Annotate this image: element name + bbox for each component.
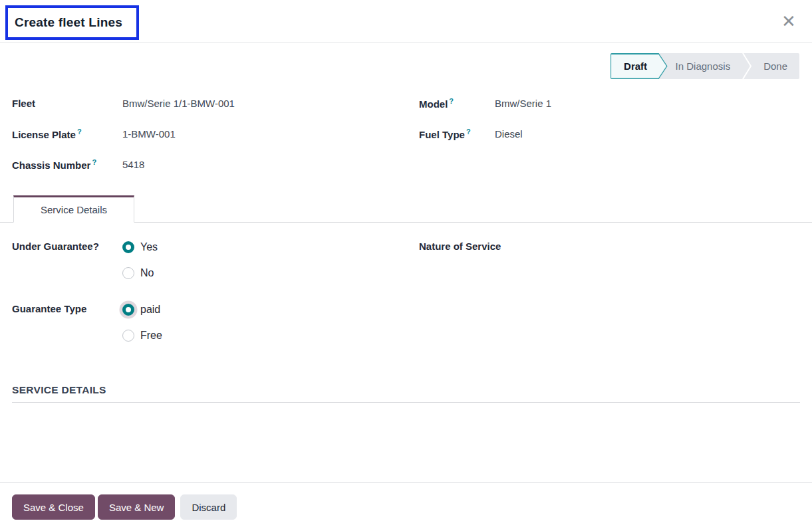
- radio-unselected-icon[interactable]: [122, 267, 134, 279]
- tab-service-details[interactable]: Service Details: [13, 195, 134, 223]
- radio-option-no[interactable]: No: [122, 260, 158, 286]
- model-value[interactable]: Bmw/Serie 1: [495, 98, 551, 109]
- status-bar: Draft In Diagnosis Done: [610, 53, 799, 79]
- status-step-in-diagnosis[interactable]: In Diagnosis: [664, 53, 743, 79]
- guarantee-type-options: paid Free: [122, 296, 162, 348]
- status-step-done[interactable]: Done: [751, 53, 799, 79]
- help-icon: ?: [449, 97, 454, 105]
- title-highlight-box: Create fleet Lines: [5, 5, 139, 40]
- section-divider: [12, 402, 800, 403]
- guarantee-type-label: Guarantee Type: [12, 296, 122, 348]
- field-license-plate: License Plate? 1-BMW-001: [12, 118, 419, 149]
- fuel-type-value[interactable]: Diesel: [495, 128, 523, 140]
- help-icon: ?: [466, 128, 471, 136]
- fleet-value[interactable]: Bmw/Serie 1/1-BMW-001: [122, 98, 235, 109]
- under-guarantee-label: Under Guarantee?: [12, 234, 122, 286]
- section-title: SERVICE DETAILS: [12, 384, 800, 402]
- chassis-number-label: Chassis Number?: [12, 158, 122, 171]
- field-model: Model? Bmw/Serie 1: [419, 88, 800, 118]
- status-step-label: Draft: [624, 60, 654, 72]
- radio-unselected-icon[interactable]: [122, 330, 134, 342]
- status-step-draft[interactable]: Draft: [610, 53, 668, 79]
- radio-option-yes[interactable]: Yes: [122, 234, 158, 260]
- license-plate-value[interactable]: 1-BMW-001: [122, 128, 176, 140]
- status-step-label: In Diagnosis: [676, 60, 731, 72]
- create-fleet-lines-modal: Create fleet Lines ✕ Draft In Diagnosis …: [0, 0, 812, 531]
- chassis-number-value[interactable]: 5418: [122, 159, 144, 170]
- radio-option-free[interactable]: Free: [122, 322, 162, 348]
- nature-of-service-label: Nature of Service: [419, 234, 800, 252]
- radio-option-paid[interactable]: paid: [122, 296, 162, 322]
- modal-footer: Save & Close Save & New Discard: [0, 482, 812, 531]
- form-area: Fleet Bmw/Serie 1/1-BMW-001 License Plat…: [12, 88, 800, 179]
- save-and-close-button[interactable]: Save & Close: [12, 494, 95, 520]
- close-icon[interactable]: ✕: [777, 9, 801, 33]
- notebook-tabs: Service Details: [0, 195, 812, 223]
- help-icon: ?: [92, 158, 96, 166]
- radio-option-label: Free: [140, 330, 162, 342]
- radio-option-label: No: [140, 267, 154, 279]
- field-fuel-type: Fuel Type? Diesel: [419, 118, 800, 149]
- discard-button[interactable]: Discard: [180, 494, 237, 520]
- form-column-left: Fleet Bmw/Serie 1/1-BMW-001 License Plat…: [12, 88, 419, 179]
- modal-title: Create fleet Lines: [15, 15, 122, 30]
- field-chassis-number: Chassis Number? 5418: [12, 149, 419, 179]
- fleet-label: Fleet: [12, 98, 122, 109]
- form-column-right: Model? Bmw/Serie 1 Fuel Type? Diesel: [419, 88, 800, 179]
- license-plate-label: License Plate?: [12, 128, 122, 140]
- model-label: Model?: [419, 97, 495, 110]
- modal-header: Create fleet Lines ✕: [0, 0, 812, 43]
- fuel-type-label: Fuel Type?: [419, 128, 495, 140]
- field-under-guarantee: Under Guarantee? Yes No: [12, 234, 419, 286]
- status-step-label: Done: [763, 60, 787, 72]
- radio-option-label: Yes: [140, 241, 158, 253]
- tab-content-left: Under Guarantee? Yes No Guarantee Type: [12, 234, 419, 348]
- radio-selected-icon[interactable]: [122, 241, 134, 253]
- radio-option-label: paid: [140, 304, 160, 316]
- save-and-new-button[interactable]: Save & New: [98, 494, 176, 520]
- help-icon: ?: [77, 128, 82, 136]
- step-separator-icon: [742, 53, 751, 79]
- tab-content-service-details: Under Guarantee? Yes No Guarantee Type: [12, 223, 800, 348]
- tab-content-right: Nature of Service: [419, 234, 800, 348]
- field-fleet: Fleet Bmw/Serie 1/1-BMW-001: [12, 88, 419, 118]
- field-guarantee-type: Guarantee Type paid Free: [12, 296, 419, 348]
- radio-selected-icon[interactable]: [122, 304, 134, 316]
- under-guarantee-options: Yes No: [122, 234, 158, 286]
- service-details-section: SERVICE DETAILS: [12, 384, 800, 403]
